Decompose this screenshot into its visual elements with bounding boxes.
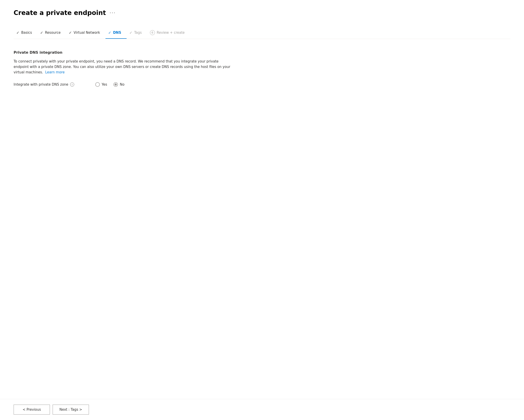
step-vnet-label: Virtual Network xyxy=(74,31,100,35)
step-basics-check: ✓ xyxy=(16,31,19,35)
radio-no-circle xyxy=(114,82,118,87)
desc-line1: To connect privately with your private e… xyxy=(14,59,218,63)
step-resource[interactable]: ✓ Resource xyxy=(37,28,66,39)
desc-line3: virtual machines. xyxy=(14,70,43,74)
radio-yes-option[interactable]: Yes xyxy=(95,82,107,87)
step-dns[interactable]: ✓ DNS xyxy=(105,28,127,39)
step-resource-check: ✓ xyxy=(40,31,43,35)
step-dns-check: ✓ xyxy=(108,31,111,35)
previous-button[interactable]: < Previous xyxy=(14,405,50,415)
step-resource-label: Resource xyxy=(45,31,61,35)
step-tags[interactable]: ✓ Tags xyxy=(127,28,147,39)
field-label-text: Integrate with private DNS zone xyxy=(14,83,68,86)
info-icon[interactable]: i xyxy=(70,83,74,86)
step-basics-label: Basics xyxy=(21,31,32,35)
radio-yes-label: Yes xyxy=(102,83,107,86)
field-row: Integrate with private DNS zone i Yes No xyxy=(14,82,331,87)
learn-more-link[interactable]: Learn more xyxy=(45,70,65,74)
description: To connect privately with your private e… xyxy=(14,59,286,75)
page-title: Create a private endpoint xyxy=(14,9,106,17)
wizard-steps: ✓ Basics ✓ Resource ✓ Virtual Network ✓ … xyxy=(14,27,510,39)
content-area: Private DNS integration To connect priva… xyxy=(14,48,331,89)
step-virtual-network[interactable]: ✓ Virtual Network xyxy=(66,28,105,39)
radio-no-option[interactable]: No xyxy=(114,82,124,87)
title-ellipsis: ··· xyxy=(110,10,116,16)
section-title: Private DNS integration xyxy=(14,50,331,55)
step-review-label: Review + create xyxy=(157,31,185,35)
field-label: Integrate with private DNS zone i xyxy=(14,83,86,86)
radio-no-label: No xyxy=(120,83,124,86)
step-vnet-check: ✓ xyxy=(69,31,72,35)
step-basics[interactable]: ✓ Basics xyxy=(14,28,37,39)
page-title-row: Create a private endpoint ··· xyxy=(14,9,510,17)
radio-group: Yes No xyxy=(95,82,124,87)
step-tags-label: Tags xyxy=(134,31,142,35)
radio-yes-circle xyxy=(95,82,100,87)
step-tags-check: ✓ xyxy=(129,31,132,35)
next-button[interactable]: Next : Tags > xyxy=(53,405,89,415)
step-dns-label: DNS xyxy=(113,31,121,35)
desc-line2: endpoint with a private DNS zone. You ca… xyxy=(14,65,230,69)
step-review-create[interactable]: 6 Review + create xyxy=(147,27,190,39)
step-review-number: 6 xyxy=(150,30,155,35)
footer: < Previous Next : Tags > xyxy=(0,399,524,420)
